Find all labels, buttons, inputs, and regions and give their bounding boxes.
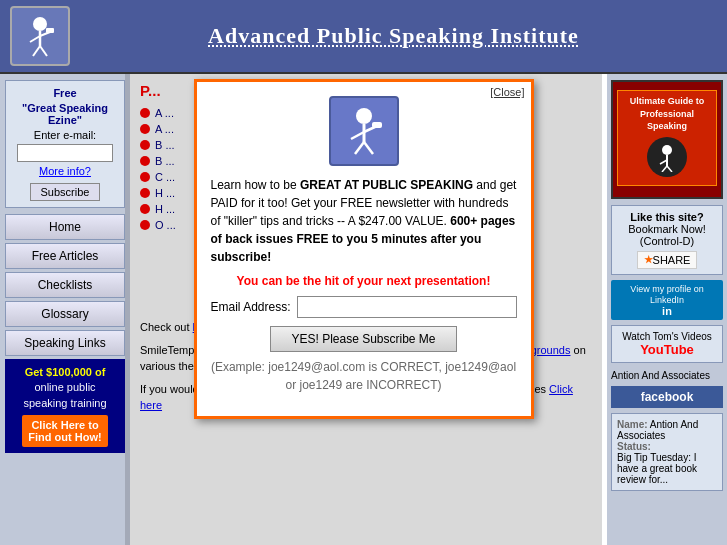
right-sidebar: Ultimate Guide to Professional Speaking … xyxy=(607,74,727,545)
ezine-subtitle: "Great Speaking Ezine" xyxy=(12,102,118,126)
header-title: Advanced Public Speaking Institute xyxy=(70,23,717,49)
fb-name-label: Name: xyxy=(617,419,648,430)
main-layout: Free "Great Speaking Ezine" Enter e-mail… xyxy=(0,74,727,545)
promo-text: Get $100,000 of online public speaking t… xyxy=(11,365,119,411)
svg-line-12 xyxy=(364,142,373,154)
svg-rect-13 xyxy=(372,122,382,128)
svg-line-4 xyxy=(33,46,40,56)
popup-example-text: (Example: joe1249@aol.com is CORRECT, jo… xyxy=(211,358,517,394)
linkedin-logo-text: in xyxy=(614,305,720,317)
svg-line-11 xyxy=(355,142,364,154)
more-info-link[interactable]: More info? xyxy=(12,165,118,177)
popup-close-button[interactable]: [Close] xyxy=(490,86,524,98)
bookmark-line1: Like this site? xyxy=(617,211,717,223)
popup: [Close] Le xyxy=(194,79,534,419)
subscribe-button[interactable]: Subscribe xyxy=(30,183,101,201)
bookmark-line2: Bookmark Now! xyxy=(628,223,706,235)
ezine-title: Free xyxy=(12,87,118,99)
email-input[interactable] xyxy=(17,144,112,162)
svg-line-16 xyxy=(660,160,667,164)
ezine-box: Free "Great Speaking Ezine" Enter e-mail… xyxy=(5,80,125,208)
svg-line-5 xyxy=(40,46,47,56)
popup-overlay: [Close] Le xyxy=(125,74,602,545)
svg-line-9 xyxy=(351,132,364,139)
svg-point-0 xyxy=(33,17,47,31)
book-title: Ultimate Guide to Professional Speaking xyxy=(630,96,705,131)
linkedin-box[interactable]: View my profile on LinkedIn in xyxy=(611,280,723,320)
nav-free-articles[interactable]: Free Articles xyxy=(5,243,125,269)
header-logo xyxy=(10,6,70,66)
nav-glossary[interactable]: Glossary xyxy=(5,301,125,327)
linkedin-label: View my profile on LinkedIn xyxy=(630,284,703,305)
nav-home[interactable]: Home xyxy=(5,214,125,240)
facebook-info: Name: Antion And Associates Status: Big … xyxy=(611,413,723,491)
header: Advanced Public Speaking Institute xyxy=(0,0,727,74)
promo-cta-button[interactable]: Click Here to Find out How! xyxy=(22,415,107,447)
youtube-label: Watch Tom's Videos xyxy=(617,331,717,342)
popup-body: Learn how to be GREAT AT PUBLIC SPEAKING… xyxy=(211,176,517,266)
share-label: SHARE xyxy=(653,254,691,266)
svg-line-18 xyxy=(667,166,672,172)
popup-red-text: You can be the hit of your next presenta… xyxy=(211,274,517,288)
youtube-box: Watch Tom's Videos YouTube xyxy=(611,325,723,363)
email-label: Email Address: xyxy=(211,300,291,314)
email-row: Email Address: xyxy=(211,296,517,318)
share-icon: ★ xyxy=(644,254,653,265)
svg-point-7 xyxy=(356,108,372,124)
bookmark-box: Like this site? Bookmark Now! (Control-D… xyxy=(611,205,723,275)
facebook-logo: facebook xyxy=(641,390,694,404)
fb-status-value: Big Tip Tuesday: I have a great book rev… xyxy=(617,452,697,485)
center-content: [Close] Le xyxy=(130,74,607,545)
facebook-box: facebook xyxy=(611,386,723,408)
nav-speaking-links[interactable]: Speaking Links xyxy=(5,330,125,356)
promo-box: Get $100,000 of online public speaking t… xyxy=(5,359,125,453)
popup-icon xyxy=(211,96,517,166)
popup-email-input[interactable] xyxy=(297,296,517,318)
svg-line-17 xyxy=(662,166,667,172)
left-sidebar: Free "Great Speaking Ezine" Enter e-mail… xyxy=(0,74,130,545)
speaker-illustration xyxy=(329,96,399,166)
popup-subscribe-button[interactable]: YES! Please Subscribe Me xyxy=(270,326,456,352)
company-name: Antion And Associates xyxy=(611,368,723,382)
nav-checklists[interactable]: Checklists xyxy=(5,272,125,298)
ezine-prompt: Enter e-mail: xyxy=(12,129,118,141)
book-cover: Ultimate Guide to Professional Speaking xyxy=(611,80,723,199)
fb-status-label: Status: xyxy=(617,441,651,452)
svg-point-14 xyxy=(662,145,672,155)
share-button[interactable]: ★ SHARE xyxy=(637,251,698,269)
youtube-logo: YouTube xyxy=(617,342,717,357)
svg-rect-6 xyxy=(46,28,54,33)
svg-line-2 xyxy=(30,36,40,42)
bookmark-shortcut: (Control-D) xyxy=(640,235,694,247)
